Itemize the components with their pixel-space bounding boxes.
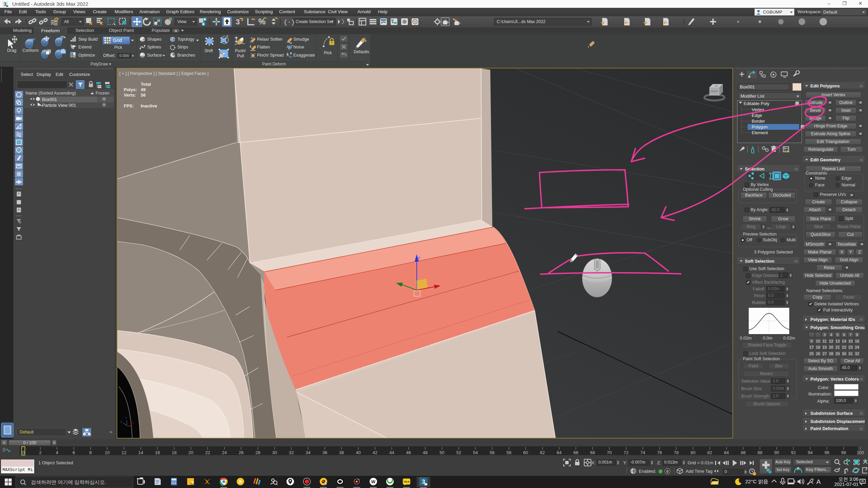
svg-text:38: 38 <box>339 450 344 455</box>
svg-text:56: 56 <box>141 93 145 98</box>
svg-text:2: 2 <box>39 450 41 455</box>
svg-text:Total: Total <box>141 82 151 87</box>
svg-text:Grid: Grid <box>113 38 122 43</box>
svg-text:84: 84 <box>724 450 729 455</box>
svg-text:100: 100 <box>857 450 864 455</box>
svg-text:86: 86 <box>741 450 746 455</box>
svg-text:[ + ] [ Perspective ] [ Standa: [ + ] [ Perspective ] [ Standard ] [ Edg… <box>119 71 209 76</box>
svg-text:34: 34 <box>305 450 310 455</box>
svg-text:96: 96 <box>825 450 829 455</box>
svg-text:54: 54 <box>473 450 478 455</box>
svg-text:62: 62 <box>540 450 545 455</box>
svg-text:60: 60 <box>523 450 528 455</box>
svg-text:92: 92 <box>791 450 796 455</box>
svg-text:TOP: TOP <box>714 85 718 87</box>
svg-text:44: 44 <box>389 450 394 455</box>
svg-text:58: 58 <box>507 450 511 455</box>
svg-text:3: 3 <box>236 18 240 26</box>
svg-text:12: 12 <box>121 450 126 455</box>
svg-text:14: 14 <box>138 450 143 455</box>
svg-text:94: 94 <box>808 450 812 455</box>
svg-text:30: 30 <box>272 450 277 455</box>
svg-text:20: 20 <box>189 450 193 455</box>
svg-text:52: 52 <box>456 450 461 455</box>
svg-text:6: 6 <box>73 450 75 455</box>
svg-text:0: 0 <box>22 450 24 455</box>
svg-text:98: 98 <box>841 450 846 455</box>
svg-text:88: 88 <box>757 450 762 455</box>
svg-text:FPS:: FPS: <box>124 103 134 108</box>
svg-text:49: 49 <box>141 87 145 92</box>
svg-text:42: 42 <box>373 450 377 455</box>
svg-text:48: 48 <box>423 450 428 455</box>
svg-text:22: 22 <box>205 450 210 455</box>
svg-text:28: 28 <box>255 450 260 455</box>
svg-text:Inactive: Inactive <box>141 103 157 108</box>
svg-text:10: 10 <box>105 450 110 455</box>
svg-text:68: 68 <box>590 450 595 455</box>
svg-text:24: 24 <box>222 450 227 455</box>
svg-text:3: 3 <box>4 1 6 7</box>
svg-text:Polys:: Polys: <box>124 87 137 92</box>
svg-text:78: 78 <box>674 450 678 455</box>
svg-text:74: 74 <box>640 450 645 455</box>
svg-text:70: 70 <box>607 450 612 455</box>
svg-text:80: 80 <box>691 450 695 455</box>
svg-text:82: 82 <box>707 450 712 455</box>
svg-text:76: 76 <box>657 450 662 455</box>
svg-text:66: 66 <box>573 450 578 455</box>
svg-text:72: 72 <box>624 450 628 455</box>
svg-text:4: 4 <box>56 450 58 455</box>
svg-text:FRONT: FRONT <box>711 90 718 93</box>
svg-text:90: 90 <box>774 450 779 455</box>
svg-text:32: 32 <box>289 450 294 455</box>
svg-text:36: 36 <box>322 450 327 455</box>
svg-text:z: z <box>418 256 420 260</box>
svg-text:50: 50 <box>439 450 444 455</box>
svg-text:26: 26 <box>239 450 243 455</box>
svg-text:18: 18 <box>172 450 176 455</box>
svg-text:Verts:: Verts: <box>124 93 136 98</box>
svg-text:A: A <box>816 478 821 485</box>
svg-text:64: 64 <box>557 450 561 455</box>
svg-text:46: 46 <box>406 450 411 455</box>
svg-text:TALK: TALK <box>403 481 410 483</box>
svg-text:56: 56 <box>490 450 494 455</box>
svg-text:W: W <box>371 479 376 484</box>
svg-text:{·}: {·} <box>283 19 295 26</box>
svg-text:40: 40 <box>356 450 360 455</box>
svg-text:8: 8 <box>89 450 92 455</box>
svg-text:z: z <box>125 416 127 419</box>
svg-text:16: 16 <box>155 450 160 455</box>
svg-text:x: x <box>132 421 134 424</box>
svg-text:y: y <box>121 420 122 423</box>
